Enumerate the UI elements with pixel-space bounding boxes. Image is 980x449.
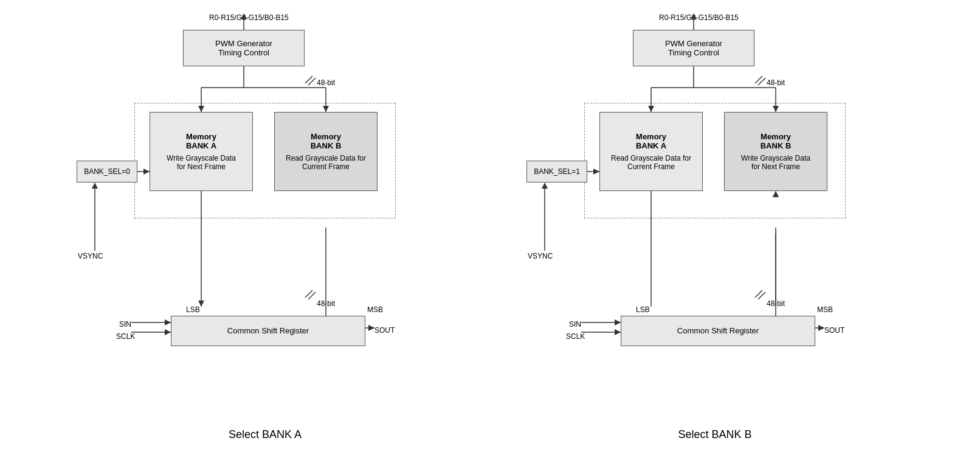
diagram-b: R0-R15/G0-G15/B0-B15 PWM Generator Timin… [514,9,916,441]
memory-b-title-b: MemoryBANK B [761,132,792,150]
memory-a-desc-b: Read Grayscale Data forCurrent Frame [611,154,691,171]
shift-box-a: Common Shift Register [171,316,365,346]
sclk-label-a: SCLK [116,332,135,341]
memory-b-desc-b: Write Grayscale Datafor Next Frame [741,154,810,171]
msb-label-b: MSB [817,305,833,314]
memory-a-title-a: MemoryBANK A [186,132,216,150]
bit48-bottom-b: 48-bit [767,299,785,308]
svg-marker-14 [92,183,98,189]
memory-b-box-a: MemoryBANK B Read Grayscale Data forCurr… [274,112,378,191]
svg-line-18 [308,292,316,299]
bank-sel-label-b: BANK_SEL=1 [534,167,580,176]
vsync-label-b: VSYNC [528,252,553,260]
bit48-bottom-a: 48-bit [317,299,335,308]
lsb-label-a: LSB [186,305,200,314]
bank-sel-box-b: BANK_SEL=1 [526,161,587,183]
pwm-box-a: PWM Generator Timing Control [183,30,305,66]
svg-marker-24 [165,329,171,335]
bit48-top-b: 48-bit [767,78,785,87]
memory-a-desc-a: Write Grayscale Datafor Next Frame [167,154,236,171]
rgb-label-a: R0-R15/G0-G15/B0-B15 [209,13,289,22]
bank-sel-box-a: BANK_SEL=0 [77,161,137,183]
sclk-label-b: SCLK [566,332,585,341]
svg-marker-26 [368,325,374,331]
svg-marker-50 [615,329,621,335]
shift-box-b: Common Shift Register [621,316,815,346]
pwm-label1-b: PWM Generator [665,39,722,48]
svg-line-36 [755,76,762,83]
svg-line-10 [308,78,316,85]
sin-label-a: SIN [119,320,131,329]
svg-line-37 [758,78,765,85]
sout-label-b: SOUT [824,326,844,335]
pwm-label1-a: PWM Generator [215,39,272,48]
rgb-label-b: R0-R15/G0-G15/B0-B15 [659,13,739,22]
bank-sel-label-a: BANK_SEL=0 [84,167,130,176]
diagram-a: R0-R15/G0-G15/B0-B15 PWM Generator Timin… [64,9,466,441]
svg-line-44 [755,290,762,298]
svg-line-17 [305,290,312,298]
vsync-label-a: VSYNC [78,252,103,260]
svg-marker-22 [165,319,171,325]
shift-label-b: Common Shift Register [677,326,759,335]
svg-marker-41 [542,183,548,189]
pwm-label2-a: Timing Control [218,48,269,57]
msb-label-a: MSB [367,305,383,314]
sout-label-a: SOUT [374,326,395,335]
pwm-box-b: PWM Generator Timing Control [633,30,754,66]
memory-a-box-b: MemoryBANK A Read Grayscale Data forCurr… [599,112,703,191]
svg-line-9 [305,76,312,83]
bit48-top-a: 48-bit [317,78,335,87]
pwm-label2-b: Timing Control [668,48,719,57]
diagram-title-a: Select BANK A [229,428,302,441]
memory-a-box-a: MemoryBANK A Write Grayscale Datafor Nex… [150,112,253,191]
diagram-a-inner: R0-R15/G0-G15/B0-B15 PWM Generator Timin… [64,9,466,422]
memory-b-title-a: MemoryBANK B [311,132,342,150]
svg-marker-52 [818,325,824,331]
memory-b-desc-a: Read Grayscale Data forCurrent Frame [286,154,366,171]
shift-label-a: Common Shift Register [227,326,309,335]
diagrams-container: R0-R15/G0-G15/B0-B15 PWM Generator Timin… [40,0,940,449]
sin-label-b: SIN [569,320,581,329]
svg-marker-48 [615,319,621,325]
memory-a-title-b: MemoryBANK A [636,132,666,150]
diagram-b-inner: R0-R15/G0-G15/B0-B15 PWM Generator Timin… [514,9,916,422]
svg-line-45 [758,292,765,299]
lsb-label-b: LSB [636,305,650,314]
diagram-title-b: Select BANK B [678,428,751,441]
memory-b-box-b: MemoryBANK B Write Grayscale Datafor Nex… [724,112,827,191]
